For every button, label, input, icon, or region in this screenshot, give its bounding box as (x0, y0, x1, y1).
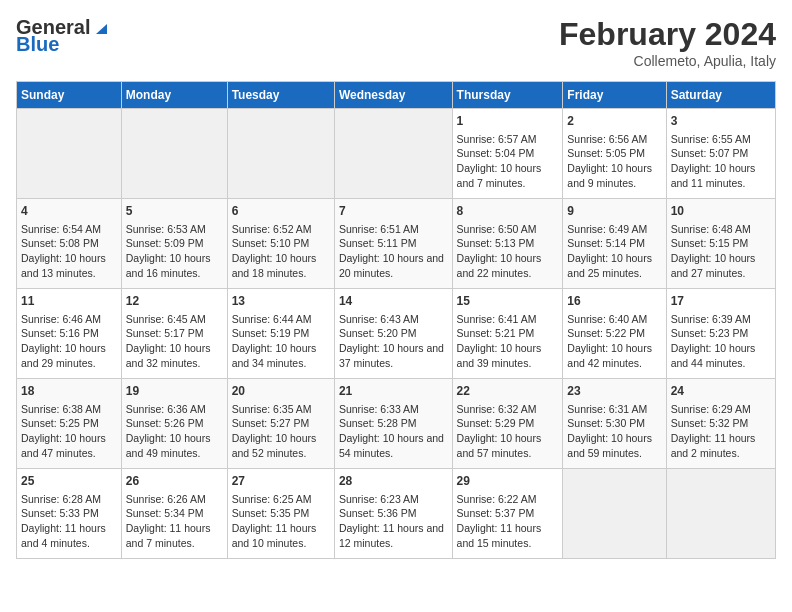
calendar-week-row: 11Sunrise: 6:46 AMSunset: 5:16 PMDayligh… (17, 289, 776, 379)
day-number: 5 (126, 203, 223, 220)
sunset: Sunset: 5:22 PM (567, 327, 645, 339)
sunrise: Sunrise: 6:44 AM (232, 313, 312, 325)
sunrise: Sunrise: 6:39 AM (671, 313, 751, 325)
day-number: 22 (457, 383, 559, 400)
sunrise: Sunrise: 6:32 AM (457, 403, 537, 415)
sunset: Sunset: 5:28 PM (339, 417, 417, 429)
sunrise: Sunrise: 6:33 AM (339, 403, 419, 415)
page-header: General Blue February 2024 Collemeto, Ap… (16, 16, 776, 69)
sunset: Sunset: 5:10 PM (232, 237, 310, 249)
sunrise: Sunrise: 6:40 AM (567, 313, 647, 325)
weekday-header-saturday: Saturday (666, 82, 775, 109)
sunset: Sunset: 5:26 PM (126, 417, 204, 429)
daylight: Daylight: 10 hours and 34 minutes. (232, 342, 317, 369)
sunset: Sunset: 5:05 PM (567, 147, 645, 159)
weekday-header-tuesday: Tuesday (227, 82, 334, 109)
day-number: 19 (126, 383, 223, 400)
calendar-cell: 5Sunrise: 6:53 AMSunset: 5:09 PMDaylight… (121, 199, 227, 289)
calendar-cell: 13Sunrise: 6:44 AMSunset: 5:19 PMDayligh… (227, 289, 334, 379)
day-number: 17 (671, 293, 771, 310)
sunset: Sunset: 5:34 PM (126, 507, 204, 519)
daylight: Daylight: 10 hours and 18 minutes. (232, 252, 317, 279)
calendar-table: SundayMondayTuesdayWednesdayThursdayFrid… (16, 81, 776, 559)
main-title: February 2024 (559, 16, 776, 53)
sunrise: Sunrise: 6:23 AM (339, 493, 419, 505)
daylight: Daylight: 10 hours and 7 minutes. (457, 162, 542, 189)
daylight: Daylight: 10 hours and 20 minutes. (339, 252, 444, 279)
day-number: 27 (232, 473, 330, 490)
daylight: Daylight: 11 hours and 7 minutes. (126, 522, 211, 549)
logo: General Blue (16, 16, 113, 56)
sunrise: Sunrise: 6:55 AM (671, 133, 751, 145)
daylight: Daylight: 10 hours and 47 minutes. (21, 432, 106, 459)
logo-blue-text: Blue (16, 33, 59, 56)
subtitle: Collemeto, Apulia, Italy (559, 53, 776, 69)
calendar-cell: 21Sunrise: 6:33 AMSunset: 5:28 PMDayligh… (334, 379, 452, 469)
sunset: Sunset: 5:15 PM (671, 237, 749, 249)
sunrise: Sunrise: 6:51 AM (339, 223, 419, 235)
day-number: 16 (567, 293, 661, 310)
day-number: 18 (21, 383, 117, 400)
sunset: Sunset: 5:35 PM (232, 507, 310, 519)
sunrise: Sunrise: 6:35 AM (232, 403, 312, 415)
sunset: Sunset: 5:27 PM (232, 417, 310, 429)
sunset: Sunset: 5:32 PM (671, 417, 749, 429)
day-number: 7 (339, 203, 448, 220)
day-number: 3 (671, 113, 771, 130)
calendar-cell: 6Sunrise: 6:52 AMSunset: 5:10 PMDaylight… (227, 199, 334, 289)
calendar-week-row: 1Sunrise: 6:57 AMSunset: 5:04 PMDaylight… (17, 109, 776, 199)
sunset: Sunset: 5:20 PM (339, 327, 417, 339)
calendar-cell: 12Sunrise: 6:45 AMSunset: 5:17 PMDayligh… (121, 289, 227, 379)
weekday-header-row: SundayMondayTuesdayWednesdayThursdayFrid… (17, 82, 776, 109)
daylight: Daylight: 10 hours and 37 minutes. (339, 342, 444, 369)
day-number: 26 (126, 473, 223, 490)
calendar-cell: 22Sunrise: 6:32 AMSunset: 5:29 PMDayligh… (452, 379, 563, 469)
day-number: 21 (339, 383, 448, 400)
svg-marker-0 (96, 24, 107, 34)
day-number: 9 (567, 203, 661, 220)
sunrise: Sunrise: 6:49 AM (567, 223, 647, 235)
daylight: Daylight: 10 hours and 27 minutes. (671, 252, 756, 279)
sunset: Sunset: 5:14 PM (567, 237, 645, 249)
daylight: Daylight: 10 hours and 44 minutes. (671, 342, 756, 369)
sunset: Sunset: 5:11 PM (339, 237, 417, 249)
sunrise: Sunrise: 6:25 AM (232, 493, 312, 505)
calendar-cell: 2Sunrise: 6:56 AMSunset: 5:05 PMDaylight… (563, 109, 666, 199)
sunrise: Sunrise: 6:57 AM (457, 133, 537, 145)
sunset: Sunset: 5:30 PM (567, 417, 645, 429)
sunrise: Sunrise: 6:53 AM (126, 223, 206, 235)
calendar-week-row: 4Sunrise: 6:54 AMSunset: 5:08 PMDaylight… (17, 199, 776, 289)
day-number: 6 (232, 203, 330, 220)
daylight: Daylight: 10 hours and 42 minutes. (567, 342, 652, 369)
daylight: Daylight: 10 hours and 39 minutes. (457, 342, 542, 369)
daylight: Daylight: 10 hours and 11 minutes. (671, 162, 756, 189)
day-number: 28 (339, 473, 448, 490)
calendar-cell: 27Sunrise: 6:25 AMSunset: 5:35 PMDayligh… (227, 469, 334, 559)
sunset: Sunset: 5:07 PM (671, 147, 749, 159)
calendar-cell: 9Sunrise: 6:49 AMSunset: 5:14 PMDaylight… (563, 199, 666, 289)
calendar-cell: 8Sunrise: 6:50 AMSunset: 5:13 PMDaylight… (452, 199, 563, 289)
daylight: Daylight: 10 hours and 22 minutes. (457, 252, 542, 279)
sunset: Sunset: 5:08 PM (21, 237, 99, 249)
daylight: Daylight: 11 hours and 2 minutes. (671, 432, 756, 459)
day-number: 1 (457, 113, 559, 130)
day-number: 10 (671, 203, 771, 220)
day-number: 4 (21, 203, 117, 220)
sunset: Sunset: 5:04 PM (457, 147, 535, 159)
calendar-cell: 23Sunrise: 6:31 AMSunset: 5:30 PMDayligh… (563, 379, 666, 469)
weekday-header-sunday: Sunday (17, 82, 122, 109)
sunrise: Sunrise: 6:52 AM (232, 223, 312, 235)
sunrise: Sunrise: 6:38 AM (21, 403, 101, 415)
sunset: Sunset: 5:16 PM (21, 327, 99, 339)
sunrise: Sunrise: 6:31 AM (567, 403, 647, 415)
calendar-week-row: 18Sunrise: 6:38 AMSunset: 5:25 PMDayligh… (17, 379, 776, 469)
daylight: Daylight: 10 hours and 9 minutes. (567, 162, 652, 189)
day-number: 2 (567, 113, 661, 130)
daylight: Daylight: 10 hours and 16 minutes. (126, 252, 211, 279)
weekday-header-friday: Friday (563, 82, 666, 109)
day-number: 23 (567, 383, 661, 400)
weekday-header-wednesday: Wednesday (334, 82, 452, 109)
daylight: Daylight: 10 hours and 54 minutes. (339, 432, 444, 459)
calendar-cell: 10Sunrise: 6:48 AMSunset: 5:15 PMDayligh… (666, 199, 775, 289)
sunrise: Sunrise: 6:36 AM (126, 403, 206, 415)
